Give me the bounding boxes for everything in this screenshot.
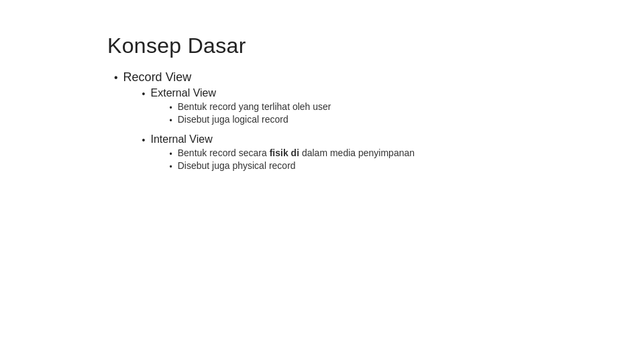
list-item: • Bentuk record secara fisik di dalam me… — [170, 147, 415, 159]
internal-view-item2: Disebut juga physical record — [178, 160, 296, 171]
level1-list: • Record View • External View • Bentuk r… — [114, 70, 537, 174]
slide-container: Konsep Dasar • Record View • External Vi… — [0, 0, 644, 362]
list-item: • Record View • External View • Bentuk r… — [114, 70, 537, 174]
list-item: • Disebut juga logical record — [170, 114, 331, 125]
list-item: • Bentuk record yang terlihat oleh user — [170, 101, 331, 113]
bullet-icon: • — [170, 162, 172, 172]
external-view-item2: Disebut juga logical record — [178, 114, 288, 125]
list-item: • Internal View • Bentuk record secara f… — [142, 133, 415, 173]
bullet-icon: • — [114, 72, 118, 84]
level3-list: • Bentuk record yang terlihat oleh user … — [170, 101, 331, 125]
bullet-icon: • — [142, 135, 146, 145]
bullet-icon: • — [142, 88, 146, 99]
list-item: • External View • Bentuk record yang ter… — [142, 87, 415, 127]
list-item: • Disebut juga physical record — [170, 160, 415, 172]
bullet-icon: • — [170, 116, 172, 125]
level3-list: • Bentuk record secara fisik di dalam me… — [170, 147, 415, 172]
internal-view-label: Internal View — [151, 133, 213, 145]
bullet-icon: • — [170, 103, 172, 113]
internal-view-item1: Bentuk record secara fisik di dalam medi… — [178, 147, 415, 158]
external-view-label: External View — [151, 87, 217, 99]
record-view-label: Record View — [123, 70, 192, 84]
bullet-icon: • — [170, 149, 172, 159]
level2-list: • External View • Bentuk record yang ter… — [142, 87, 415, 173]
bold-fisik: fisik di — [270, 147, 299, 158]
external-view-item1: Bentuk record yang terlihat oleh user — [178, 101, 331, 112]
slide-title: Konsep Dasar — [107, 34, 537, 58]
